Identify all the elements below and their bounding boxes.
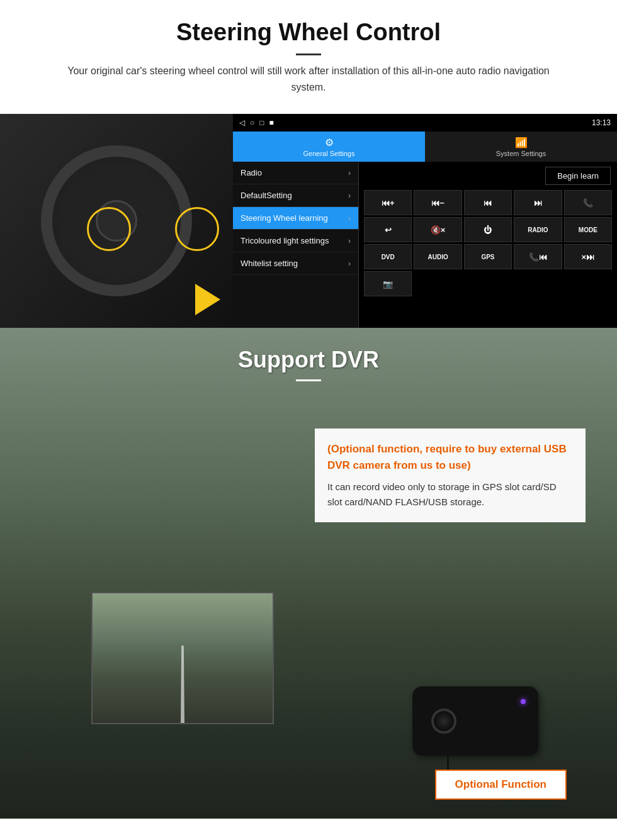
ctrl-radio[interactable]: RADIO [514,217,562,242]
settings-menu-panel: Radio › DefaultSetting › Steering Wheel … [233,162,359,328]
status-time: 13:13 [592,118,611,127]
menu-arrow-whitelist: › [348,259,351,268]
steering-section-header: Steering Wheel Control Your original car… [0,0,617,101]
android-tabs: ⚙ General Settings 📶 System Settings [233,132,617,162]
android-statusbar: ◁ ○ □ ■ 13:13 [233,114,617,132]
steering-description: Your original car's steering wheel contr… [50,63,567,95]
back-icon: ◁ [239,118,245,127]
road-line [181,646,184,724]
menu-icon: ■ [269,118,274,127]
steering-wheel-image [0,114,233,328]
menu-arrow-tricoloured: › [348,237,351,245]
optional-function-button[interactable]: Optional Function [435,770,567,800]
dvr-optional-text: (Optional function, require to buy exter… [327,441,573,473]
steering-divider [296,53,321,55]
wheel-circle [41,145,192,296]
ctrl-mute[interactable]: 🔇× [414,217,461,242]
ctrl-mode[interactable]: MODE [564,217,612,242]
dvr-section: Support DVR (Optional function, require … [0,328,617,819]
recents-icon: □ [259,118,264,127]
status-icons-left: ◁ ○ □ ■ [239,118,274,127]
camera-body [412,686,538,756]
ctrl-next[interactable]: ⏭ [514,190,562,215]
tab-general-settings[interactable]: ⚙ General Settings [233,132,425,162]
menu-item-radio[interactable]: Radio › [233,162,358,184]
steering-demo-area: ◁ ○ □ ■ 13:13 ⚙ General Settings 📶 Syste… [0,114,617,328]
begin-learn-button[interactable]: Begin learn [545,167,611,185]
dvr-title: Support DVR [13,347,604,373]
steering-controls-panel: Begin learn ⏮+ ⏮− ⏮ ⏭ 📞 ↩ 🔇× ⏻ RADIO MOD… [359,162,617,328]
yellow-circle-right [175,207,219,251]
dvr-info-card: (Optional function, require to buy exter… [315,428,586,522]
tab-general-label: General Settings [303,150,355,157]
menu-tricoloured-label: Tricoloured light settings [241,236,329,245]
wifi-icon: 📶 [515,137,528,148]
dvr-header: Support DVR [0,328,617,394]
ctrl-prev[interactable]: ⏮ [464,190,512,215]
menu-item-steering[interactable]: Steering Wheel learning › [233,207,358,230]
menu-item-defaultsetting[interactable]: DefaultSetting › [233,184,358,207]
yellow-arrow [195,284,220,315]
ctrl-camera[interactable]: 📷 [364,271,412,296]
menu-item-whitelist[interactable]: Whitelist setting › [233,252,358,275]
ctrl-phone-prev[interactable]: 📞⏮ [514,244,562,269]
tab-system-label: System Settings [496,150,546,157]
menu-item-tricoloured[interactable]: Tricoloured light settings › [233,230,358,252]
optional-function-row: Optional Function [435,770,567,800]
ctrl-back[interactable]: ↩ [364,217,412,242]
dvr-camera-thumbnail [91,592,274,724]
camera-lens [431,708,456,734]
menu-default-label: DefaultSetting [241,191,292,200]
menu-steering-label: Steering Wheel learning [241,213,328,223]
dvr-divider [296,379,321,381]
ctrl-gps[interactable]: GPS [464,244,512,269]
android-content: Radio › DefaultSetting › Steering Wheel … [233,162,617,328]
control-buttons-grid: ⏮+ ⏮− ⏮ ⏭ 📞 ↩ 🔇× ⏻ RADIO MODE DVD AUDIO … [359,190,617,296]
ctrl-power[interactable]: ⏻ [464,217,512,242]
begin-learn-row: Begin learn [359,162,617,190]
android-ui-panel: ◁ ○ □ ■ 13:13 ⚙ General Settings 📶 Syste… [233,114,617,328]
menu-arrow-radio: › [348,169,351,177]
ctrl-mute-next[interactable]: ×⏭ [564,244,612,269]
menu-whitelist-label: Whitelist setting [241,259,298,268]
tab-system-settings[interactable]: 📶 System Settings [425,132,617,162]
gear-icon: ⚙ [325,137,334,148]
ctrl-dvd[interactable]: DVD [364,244,412,269]
dvr-thumb-inner [93,593,273,723]
ctrl-vol-up[interactable]: ⏮+ [364,190,412,215]
menu-radio-label: Radio [241,168,262,177]
steering-wheel-bg [0,114,233,328]
steering-title: Steering Wheel Control [13,19,604,46]
yellow-circle-left [87,207,131,251]
menu-arrow-default: › [348,191,351,200]
ctrl-audio[interactable]: AUDIO [414,244,461,269]
dvr-description-text: It can record video only to storage in G… [327,479,573,510]
home-icon: ○ [250,118,254,127]
ctrl-phone[interactable]: 📞 [564,190,612,215]
menu-arrow-steering: › [348,214,351,223]
ctrl-vol-down[interactable]: ⏮− [414,190,461,215]
